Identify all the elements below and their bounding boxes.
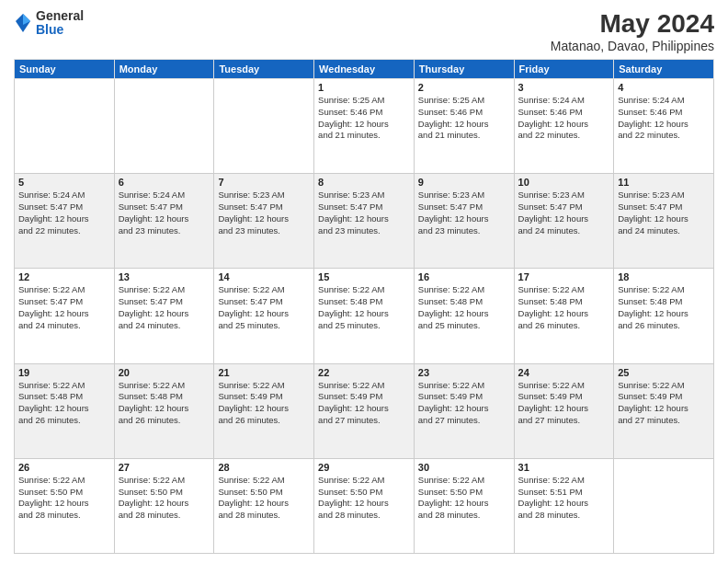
day-number: 18 — [618, 271, 710, 282]
day-info: Sunrise: 5:22 AMSunset: 5:50 PMDaylight:… — [418, 475, 510, 522]
table-row: 9Sunrise: 5:23 AMSunset: 5:47 PMDaylight… — [414, 174, 514, 269]
table-row — [214, 79, 314, 174]
logo-text: General Blue — [36, 9, 84, 38]
day-info: Sunrise: 5:23 AMSunset: 5:47 PMDaylight:… — [518, 190, 610, 236]
week-row-2: 12Sunrise: 5:22 AMSunset: 5:47 PMDayligh… — [15, 269, 714, 363]
day-info: Sunrise: 5:24 AMSunset: 5:46 PMDaylight:… — [618, 95, 710, 142]
day-number: 21 — [218, 367, 310, 378]
table-row: 12Sunrise: 5:22 AMSunset: 5:47 PMDayligh… — [15, 269, 115, 363]
week-row-4: 26Sunrise: 5:22 AMSunset: 5:50 PMDayligh… — [15, 458, 714, 553]
day-number: 26 — [18, 462, 110, 473]
header-friday: Friday — [514, 60, 614, 79]
table-row: 8Sunrise: 5:23 AMSunset: 5:47 PMDaylight… — [314, 174, 415, 269]
header-sunday: Sunday — [15, 60, 115, 79]
day-number: 22 — [318, 367, 410, 378]
day-number: 16 — [418, 271, 510, 282]
day-info: Sunrise: 5:25 AMSunset: 5:46 PMDaylight:… — [418, 95, 510, 142]
day-info: Sunrise: 5:22 AMSunset: 5:51 PMDaylight:… — [518, 475, 610, 522]
table-row: 25Sunrise: 5:22 AMSunset: 5:49 PMDayligh… — [614, 363, 714, 458]
table-row: 5Sunrise: 5:24 AMSunset: 5:47 PMDaylight… — [15, 174, 115, 269]
table-row: 11Sunrise: 5:23 AMSunset: 5:47 PMDayligh… — [614, 174, 714, 269]
day-number: 11 — [618, 177, 710, 188]
day-info: Sunrise: 5:22 AMSunset: 5:49 PMDaylight:… — [518, 380, 610, 427]
week-row-0: 1Sunrise: 5:25 AMSunset: 5:46 PMDaylight… — [15, 79, 714, 174]
day-number: 8 — [318, 177, 410, 188]
day-info: Sunrise: 5:22 AMSunset: 5:50 PMDaylight:… — [218, 475, 310, 522]
logo-general-text: General — [36, 9, 84, 23]
day-number: 5 — [18, 177, 110, 188]
day-info: Sunrise: 5:22 AMSunset: 5:48 PMDaylight:… — [418, 284, 510, 331]
table-row: 7Sunrise: 5:23 AMSunset: 5:47 PMDaylight… — [214, 174, 314, 269]
logo-blue-text: Blue — [36, 23, 84, 37]
day-number: 24 — [518, 367, 610, 378]
header-thursday: Thursday — [414, 60, 514, 79]
calendar-table: Sunday Monday Tuesday Wednesday Thursday… — [14, 59, 714, 554]
day-number: 17 — [518, 271, 610, 282]
day-number: 6 — [119, 177, 210, 188]
table-row: 28Sunrise: 5:22 AMSunset: 5:50 PMDayligh… — [214, 458, 314, 553]
table-row: 20Sunrise: 5:22 AMSunset: 5:48 PMDayligh… — [114, 363, 214, 458]
table-row: 13Sunrise: 5:22 AMSunset: 5:47 PMDayligh… — [114, 269, 214, 363]
main-title: May 2024 — [551, 9, 714, 39]
day-number: 31 — [518, 462, 610, 473]
day-number: 19 — [18, 367, 110, 378]
day-number: 25 — [618, 367, 710, 378]
subtitle: Matanao, Davao, Philippines — [551, 39, 714, 53]
page: General Blue May 2024 Matanao, Davao, Ph… — [0, 0, 728, 563]
day-info: Sunrise: 5:22 AMSunset: 5:48 PMDaylight:… — [518, 284, 610, 331]
logo: General Blue — [14, 9, 84, 38]
day-info: Sunrise: 5:24 AMSunset: 5:46 PMDaylight:… — [518, 95, 610, 142]
day-info: Sunrise: 5:22 AMSunset: 5:47 PMDaylight:… — [119, 284, 210, 331]
table-row: 17Sunrise: 5:22 AMSunset: 5:48 PMDayligh… — [514, 269, 614, 363]
day-number: 9 — [418, 177, 510, 188]
table-row: 31Sunrise: 5:22 AMSunset: 5:51 PMDayligh… — [514, 458, 614, 553]
day-info: Sunrise: 5:24 AMSunset: 5:47 PMDaylight:… — [119, 190, 210, 236]
day-info: Sunrise: 5:22 AMSunset: 5:50 PMDaylight:… — [119, 475, 210, 522]
header-monday: Monday — [114, 60, 214, 79]
day-info: Sunrise: 5:22 AMSunset: 5:49 PMDaylight:… — [218, 380, 310, 427]
day-info: Sunrise: 5:22 AMSunset: 5:49 PMDaylight:… — [318, 380, 410, 427]
day-number: 29 — [318, 462, 410, 473]
day-number: 27 — [119, 462, 210, 473]
table-row: 26Sunrise: 5:22 AMSunset: 5:50 PMDayligh… — [15, 458, 115, 553]
table-row: 19Sunrise: 5:22 AMSunset: 5:48 PMDayligh… — [15, 363, 115, 458]
header-tuesday: Tuesday — [214, 60, 314, 79]
table-row: 2Sunrise: 5:25 AMSunset: 5:46 PMDaylight… — [414, 79, 514, 174]
logo-icon — [14, 12, 32, 34]
day-number: 10 — [518, 177, 610, 188]
week-row-1: 5Sunrise: 5:24 AMSunset: 5:47 PMDaylight… — [15, 174, 714, 269]
day-info: Sunrise: 5:22 AMSunset: 5:48 PMDaylight:… — [119, 380, 210, 427]
title-block: May 2024 Matanao, Davao, Philippines — [551, 9, 714, 53]
day-info: Sunrise: 5:23 AMSunset: 5:47 PMDaylight:… — [618, 190, 710, 236]
header-saturday: Saturday — [614, 60, 714, 79]
day-info: Sunrise: 5:22 AMSunset: 5:47 PMDaylight:… — [18, 284, 110, 331]
day-number: 2 — [418, 82, 510, 93]
day-number: 28 — [218, 462, 310, 473]
table-row: 29Sunrise: 5:22 AMSunset: 5:50 PMDayligh… — [314, 458, 415, 553]
day-info: Sunrise: 5:22 AMSunset: 5:49 PMDaylight:… — [418, 380, 510, 427]
calendar-header: Sunday Monday Tuesday Wednesday Thursday… — [15, 60, 714, 79]
table-row: 10Sunrise: 5:23 AMSunset: 5:47 PMDayligh… — [514, 174, 614, 269]
table-row: 22Sunrise: 5:22 AMSunset: 5:49 PMDayligh… — [314, 363, 415, 458]
day-info: Sunrise: 5:24 AMSunset: 5:47 PMDaylight:… — [18, 190, 110, 236]
table-row: 14Sunrise: 5:22 AMSunset: 5:47 PMDayligh… — [214, 269, 314, 363]
header-row: Sunday Monday Tuesday Wednesday Thursday… — [15, 60, 714, 79]
table-row: 6Sunrise: 5:24 AMSunset: 5:47 PMDaylight… — [114, 174, 214, 269]
day-number: 23 — [418, 367, 510, 378]
table-row: 16Sunrise: 5:22 AMSunset: 5:48 PMDayligh… — [414, 269, 514, 363]
day-info: Sunrise: 5:23 AMSunset: 5:47 PMDaylight:… — [418, 190, 510, 236]
day-number: 1 — [318, 82, 410, 93]
day-info: Sunrise: 5:23 AMSunset: 5:47 PMDaylight:… — [318, 190, 410, 236]
day-number: 20 — [119, 367, 210, 378]
table-row — [15, 79, 115, 174]
calendar-body: 1Sunrise: 5:25 AMSunset: 5:46 PMDaylight… — [15, 79, 714, 554]
table-row — [614, 458, 714, 553]
table-row: 21Sunrise: 5:22 AMSunset: 5:49 PMDayligh… — [214, 363, 314, 458]
day-number: 12 — [18, 271, 110, 282]
day-info: Sunrise: 5:22 AMSunset: 5:49 PMDaylight:… — [618, 380, 710, 427]
day-number: 15 — [318, 271, 410, 282]
day-number: 30 — [418, 462, 510, 473]
table-row: 4Sunrise: 5:24 AMSunset: 5:46 PMDaylight… — [614, 79, 714, 174]
table-row — [114, 79, 214, 174]
table-row: 23Sunrise: 5:22 AMSunset: 5:49 PMDayligh… — [414, 363, 514, 458]
